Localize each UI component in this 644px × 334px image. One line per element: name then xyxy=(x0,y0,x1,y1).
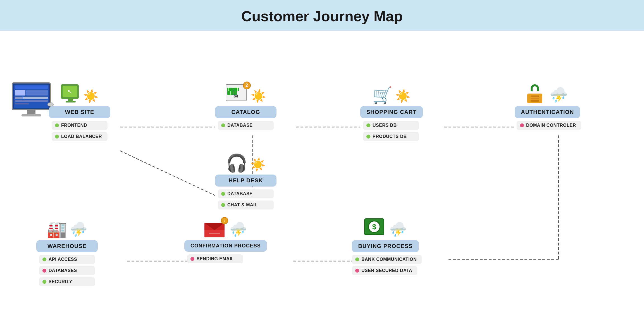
cart-products-db: PRODUCTS DB xyxy=(363,132,419,141)
chat-mail-dot xyxy=(221,203,225,207)
bank-dot xyxy=(355,257,359,261)
cart-icon: 🛒 xyxy=(372,87,392,103)
website-frontend: FRONTEND xyxy=(52,121,108,130)
buying-header: BUYING PROCESS xyxy=(352,240,419,252)
node-authentication: ⛈️ AUTHENTICATION DOMAIN CONTROLER xyxy=(514,81,581,130)
auth-icons: ⛈️ xyxy=(527,81,568,103)
confirmation-email: SENDING EMAIL xyxy=(187,254,243,263)
storm-icon-auth: ⛈️ xyxy=(550,86,568,103)
secured-dot xyxy=(355,269,359,273)
warehouse-items: API ACCESS DATABASES SECURITY xyxy=(36,255,98,286)
node-shopping-cart: 🛒 ☀️ SHOPPING CART USERS DB PRODUCTS DB xyxy=(360,81,423,141)
lock-icon xyxy=(527,84,547,103)
confirmation-header: CONFIRMATION PROCESS xyxy=(184,240,267,252)
helpdesk-chat-mail: CHAT & MAIL xyxy=(218,201,274,209)
storm-icon-confirmation: ⛈️ xyxy=(230,221,247,237)
catalog-items: DATABASE xyxy=(215,121,276,130)
api-dot xyxy=(42,257,46,261)
catalog-icons: 801 2 ☀️ xyxy=(226,81,266,103)
storm-icon-warehouse: ⛈️ xyxy=(70,221,87,237)
helpdesk-database: DATABASE xyxy=(218,189,274,198)
warehouse-header: WAREHOUSE xyxy=(36,240,98,252)
warehouse-db-dot xyxy=(42,269,46,273)
catalog-header: CATALOG xyxy=(215,106,276,118)
cart-items: USERS DB PRODUCTS DB xyxy=(360,121,423,141)
diagram-area: ↖ ☀️ WEB SITE FRONTEND LOAD BALANCER xyxy=(0,39,644,334)
helpdesk-db-dot xyxy=(221,192,225,196)
email-down-icon: ↓ xyxy=(204,218,227,237)
security-dot xyxy=(42,280,46,284)
auth-items: DOMAIN CONTROLER xyxy=(514,121,581,130)
load-balancer-dot xyxy=(55,135,59,139)
page-title: Customer Journey Map xyxy=(0,8,644,25)
cart-header: SHOPPING CART xyxy=(360,106,423,118)
catalog-db-dot xyxy=(221,123,225,127)
auth-header: AUTHENTICATION xyxy=(515,106,580,118)
header: Customer Journey Map xyxy=(0,0,644,31)
helpdesk-header: HELP DESK xyxy=(215,175,276,187)
cart-icons: 🛒 ☀️ xyxy=(372,81,411,103)
warehouse-api: API ACCESS xyxy=(39,255,95,264)
svg-line-4 xyxy=(120,151,215,195)
helpdesk-icons: 🎧 ☀️ xyxy=(226,149,266,172)
buying-icons: $ ⛈️ xyxy=(364,215,407,237)
website-items: FRONTEND LOAD BALANCER xyxy=(49,121,110,141)
sun-icon-helpdesk: ☀️ xyxy=(250,157,266,172)
catalog-database: DATABASE xyxy=(218,121,274,130)
warehouse-icons: 🏭 ⛈️ xyxy=(47,215,87,237)
confirmation-icons: ↓ ⛈️ xyxy=(204,215,247,237)
cart-users-db: USERS DB xyxy=(363,121,419,130)
products-db-dot xyxy=(366,135,370,139)
storm-icon-buying: ⛈️ xyxy=(389,221,407,237)
confirmation-items: SENDING EMAIL xyxy=(184,254,267,263)
helpdesk-items: DATABASE CHAT & MAIL xyxy=(215,189,276,209)
website-header: WEB SITE xyxy=(49,106,110,118)
node-helpdesk: 🎧 ☀️ HELP DESK DATABASE CHAT & MAIL xyxy=(215,149,276,209)
buying-bank: BANK COMMUNICATION xyxy=(352,255,422,264)
node-website: ↖ ☀️ WEB SITE FRONTEND LOAD BALANCER xyxy=(49,81,110,141)
warehouse-databases: DATABASES xyxy=(39,266,95,275)
monitor-icon: ↖ xyxy=(61,84,80,103)
sun-icon-catalog: ☀️ xyxy=(251,89,266,103)
computer-illustration xyxy=(12,82,51,122)
barcode-icon: 801 2 xyxy=(226,84,248,103)
atm-icon: $ xyxy=(364,218,387,237)
node-warehouse: 🏭 ⛈️ WAREHOUSE API ACCESS DATABASES SECU… xyxy=(36,215,98,286)
warehouse-security: SECURITY xyxy=(39,277,95,286)
sun-icon: ☀️ xyxy=(83,89,99,103)
buying-items: BANK COMMUNICATION USER SECURED DATA xyxy=(349,255,422,275)
sun-icon-cart: ☀️ xyxy=(395,89,411,103)
email-dot xyxy=(190,257,194,261)
headset-icon: 🎧 xyxy=(226,154,247,172)
factory-icon: 🏭 xyxy=(47,221,67,237)
node-catalog: 801 2 ☀️ CATALOG DATABASE xyxy=(215,81,276,130)
auth-domain: DOMAIN CONTROLER xyxy=(517,121,581,130)
frontend-dot xyxy=(55,123,59,127)
website-icons: ↖ ☀️ xyxy=(61,81,99,103)
node-buying: $ ⛈️ BUYING PROCESS BANK COMMUNICATION U… xyxy=(349,215,422,275)
node-confirmation: ↓ ⛈️ CONFIRMATION PROCESS SENDING EMAIL xyxy=(184,215,267,263)
users-db-dot xyxy=(366,123,370,127)
website-load-balancer: LOAD BALANCER xyxy=(52,132,108,141)
buying-secured-data: USER SECURED DATA xyxy=(352,266,417,275)
domain-dot xyxy=(520,123,524,127)
